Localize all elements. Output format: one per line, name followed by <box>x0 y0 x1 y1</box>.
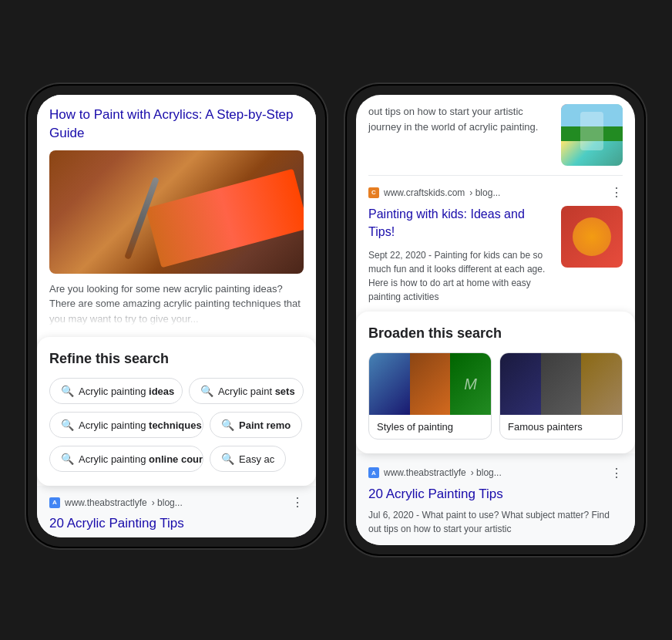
article-1-card: How to Paint with Acrylics: A Step-by-St… <box>37 95 316 337</box>
pill-sets-text: Acrylic paint sets <box>218 386 295 397</box>
broaden-label-styles: Styles of painting <box>369 415 491 439</box>
pill-ideas-text: Acrylic painting ideas <box>79 386 174 397</box>
pill-online-courses[interactable]: 🔍 Acrylic painting online courses <box>49 446 203 472</box>
pill-techniques[interactable]: 🔍 Acrylic painting techniques <box>49 412 203 438</box>
pill-techniques-text: Acrylic painting techniques <box>79 419 202 431</box>
article-3-title[interactable]: 20 Acrylic Painting Tips <box>356 483 635 508</box>
thumb-colorful-graphic <box>561 104 623 166</box>
source-path-kids: › blog... <box>469 187 500 198</box>
phone-2-bottom: A www.theabstractlyfe › blog... ⋮ 20 Acr… <box>356 453 635 545</box>
kids-article-title[interactable]: Painting with kids: Ideas and Tips! <box>368 206 552 241</box>
phones-container: How to Paint with Acrylics: A Step-by-St… <box>26 84 646 556</box>
article-2-title[interactable]: 20 Acrylic Painting Tips <box>37 513 316 537</box>
phone-2-screen: out tips on how to start your artistic j… <box>356 95 635 545</box>
kids-thumb-inner <box>573 217 611 256</box>
source-row-kids: C www.craftskids.com › blog... ⋮ <box>356 176 635 203</box>
mini-art-5 <box>541 353 582 415</box>
article-kids-container: C www.craftskids.com › blog... ⋮ Paintin… <box>356 176 635 312</box>
phone-1: How to Paint with Acrylics: A Step-by-St… <box>26 84 327 548</box>
mini-art-6 <box>581 353 622 415</box>
paint-palette-graphic <box>49 150 304 274</box>
favicon-1: A <box>49 497 60 508</box>
broaden-grid: Styles of painting Famous painters <box>368 352 623 440</box>
refine-title: Refine this search <box>49 351 304 367</box>
mini-art-4 <box>500 353 541 415</box>
pill-ideas[interactable]: 🔍 Acrylic painting ideas <box>49 378 183 404</box>
kids-article-row: Painting with kids: Ideas and Tips! Sept… <box>356 203 635 312</box>
article-top-row: out tips on how to start your artistic j… <box>368 104 623 166</box>
pill-easy-text: Easy ac <box>239 453 274 465</box>
phone-1-content: How to Paint with Acrylics: A Step-by-St… <box>37 95 316 537</box>
menu-icon-kids[interactable]: ⋮ <box>610 185 623 200</box>
mini-art-1 <box>369 353 410 415</box>
pill-paint-remo[interactable]: 🔍 Paint remo <box>210 412 302 438</box>
search-icon-5: 🔍 <box>61 453 74 465</box>
source-row-1: A www.theabstractlyfe › blog... ⋮ <box>37 486 316 513</box>
pill-row-1: 🔍 Acrylic painting ideas 🔍 Acrylic paint… <box>49 378 304 404</box>
kids-thumb <box>561 206 623 268</box>
search-icon-1: 🔍 <box>61 385 74 397</box>
pill-paint-remo-text: Paint remo <box>239 419 291 431</box>
article-1-snippet: Are you looking for some new acrylic pai… <box>49 281 304 327</box>
broaden-label-painters: Famous painters <box>500 415 622 439</box>
source-path-1: › blog... <box>152 497 183 508</box>
menu-icon-bottom[interactable]: ⋮ <box>610 466 623 480</box>
broaden-images-painters <box>500 353 622 415</box>
pill-easy[interactable]: 🔍 Easy ac <box>210 446 286 472</box>
phone-2: out tips on how to start your artistic j… <box>345 84 646 556</box>
broaden-card: Broaden this search Styles of painting <box>356 312 635 453</box>
kids-article-text: Painting with kids: Ideas and Tips! Sept… <box>368 206 552 304</box>
source-path-bottom: › blog... <box>471 467 502 478</box>
article-1-image <box>49 150 304 274</box>
refine-card: Refine this search 🔍 Acrylic painting id… <box>37 337 316 486</box>
source-url-bottom: www.theabstractlyfe <box>384 467 466 478</box>
refine-pills: 🔍 Acrylic painting ideas 🔍 Acrylic paint… <box>49 378 304 472</box>
search-icon-6: 🔍 <box>221 453 234 465</box>
source-url-kids: www.craftskids.com <box>384 187 465 198</box>
source-url-1: www.theabstractlyfe <box>65 497 147 508</box>
kids-date: Sept 22, 2020 <box>368 250 426 261</box>
kids-thumb-graphic <box>561 206 623 268</box>
broaden-item-painters[interactable]: Famous painters <box>499 352 623 440</box>
phone-1-bottom: A www.theabstractlyfe › blog... ⋮ 20 Acr… <box>37 486 316 537</box>
search-icon-4: 🔍 <box>221 419 234 431</box>
article-3-date: Jul 6, 2020 <box>368 510 414 520</box>
article-top-card: out tips on how to start your artistic j… <box>356 95 635 175</box>
phone-1-screen: How to Paint with Acrylics: A Step-by-St… <box>37 95 316 537</box>
pill-row-2: 🔍 Acrylic painting techniques 🔍 Paint re… <box>49 412 304 438</box>
kids-article-snippet: Sept 22, 2020 - Painting for kids can be… <box>368 248 552 304</box>
article-1-title[interactable]: How to Paint with Acrylics: A Step-by-St… <box>49 106 304 143</box>
pill-sets[interactable]: 🔍 Acrylic paint sets <box>189 378 304 404</box>
phone-2-content: out tips on how to start your artistic j… <box>356 95 635 545</box>
search-icon-2: 🔍 <box>200 385 213 397</box>
pill-courses-text: Acrylic painting online courses <box>79 453 203 465</box>
article-top-snippet: out tips on how to start your artistic j… <box>368 104 552 134</box>
broaden-title: Broaden this search <box>368 325 623 342</box>
favicon-kids: C <box>368 187 379 198</box>
mini-art-3 <box>450 353 491 415</box>
broaden-item-styles[interactable]: Styles of painting <box>368 352 492 440</box>
menu-icon-1[interactable]: ⋮ <box>291 495 304 510</box>
favicon-bottom: A <box>368 467 379 478</box>
pill-row-3: 🔍 Acrylic painting online courses 🔍 Easy… <box>49 446 304 472</box>
search-icon-3: 🔍 <box>61 419 74 431</box>
broaden-images-styles <box>369 353 491 415</box>
source-row-bottom: A www.theabstractlyfe › blog... ⋮ <box>356 456 635 483</box>
article-3-snippet: Jul 6, 2020 - What paint to use? What su… <box>356 508 635 545</box>
mini-art-2 <box>410 353 451 415</box>
article-top-thumb <box>561 104 623 166</box>
